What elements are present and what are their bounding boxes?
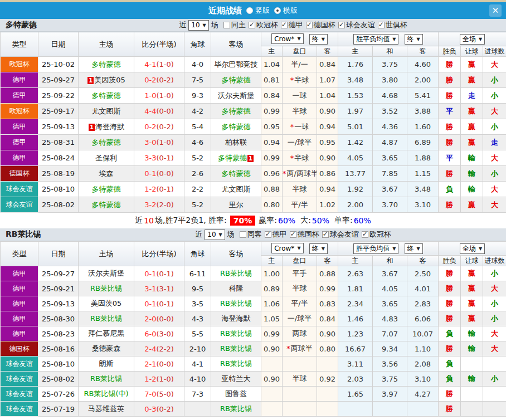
same-venue-filter[interactable]: 同主 xyxy=(223,20,246,30)
date-cell: 25-10-02 xyxy=(38,57,79,72)
handicap-cell: *半球 xyxy=(283,72,317,88)
handicap-text: 半/一 xyxy=(291,60,308,69)
match-count-select[interactable]: 10 xyxy=(188,20,208,31)
full-match-group: 全场 xyxy=(439,242,506,256)
full-time-score: 3-3 xyxy=(144,154,156,162)
bookmaker-select[interactable]: Crow* xyxy=(271,33,303,44)
handicap-cell: 一球 xyxy=(283,88,317,104)
mean-draw-odds-cell: 4.87 xyxy=(373,135,407,150)
close-button[interactable]: ✕ xyxy=(489,4,502,17)
match-row: 德甲25-09-131海登海默0-2(0-2)5-4多特蒙德0.95*一球0.9… xyxy=(1,119,506,135)
competition-filter[interactable]: 球会友谊 xyxy=(322,229,359,240)
crown-away-odds-cell: 0.90 xyxy=(317,150,338,166)
competition-label: 德甲 xyxy=(273,229,287,240)
layout-radio-vertical[interactable]: 竖版 xyxy=(246,6,270,16)
full-time-score: 4-1 xyxy=(144,60,156,69)
crown-home-odds-cell: 0.84 xyxy=(261,88,283,104)
bookmaker-select[interactable]: Crow* xyxy=(271,243,303,253)
result-wdl-cell: 勝 xyxy=(439,119,461,135)
mean-away-odds-cell: 2.83 xyxy=(407,296,439,311)
corners-cell: 4-0 xyxy=(184,57,211,72)
away-team-cell: 多特蒙德 xyxy=(211,72,261,88)
red-card-badge: 1 xyxy=(87,77,94,84)
mean-odds-select[interactable]: 胜平负均值 xyxy=(353,34,398,45)
radio-unchecked-icon[interactable] xyxy=(246,7,253,14)
competition-filter[interactable]: 德国杯 xyxy=(290,229,319,240)
sub-col-wdl: 胜负 xyxy=(439,256,461,266)
handicap-cell xyxy=(283,402,317,417)
sub-col-mean-away: 客 xyxy=(407,46,439,57)
odds-time-select[interactable]: 终 xyxy=(309,243,328,254)
mean-away-odds-cell: 3.10 xyxy=(407,197,439,213)
same-venue-checkbox[interactable] xyxy=(240,231,246,238)
competition-filter[interactable]: 德甲 xyxy=(265,229,287,240)
away-team-cell: 尤文图斯 xyxy=(211,182,261,197)
full-time-score: 2-1 xyxy=(144,360,156,368)
crown-away-odds-cell: 0.80 xyxy=(317,341,338,356)
away-team-name: RB莱比锡 xyxy=(220,404,252,413)
mean-away-odds-cell: 4.01 xyxy=(407,281,439,296)
competition-checkbox[interactable] xyxy=(265,231,271,238)
competition-filter[interactable]: 德甲 xyxy=(281,20,303,30)
handicap-text: 平/半 xyxy=(291,201,308,209)
same-venue-filter[interactable]: 同客 xyxy=(240,229,262,240)
mean-home-odds-cell: 2.63 xyxy=(338,266,373,281)
handicap-star: * xyxy=(286,344,290,353)
mean-away-odds-cell: 3.10 xyxy=(407,372,439,387)
competition-filter[interactable]: 世俱杯 xyxy=(378,20,407,30)
away-team-cell: 毕尔巴鄂竞技 xyxy=(211,57,261,72)
mean-odds-select[interactable]: 胜平负均值 xyxy=(353,243,398,254)
competition-checkbox[interactable] xyxy=(378,22,385,28)
competition-checkbox[interactable] xyxy=(306,22,313,28)
competition-filter[interactable]: 欧冠杯 xyxy=(362,229,391,240)
mean-home-odds-cell: 2.34 xyxy=(338,296,373,311)
home-team-cell: 多特蒙德 xyxy=(79,197,134,213)
bookmaker-value: Crow* xyxy=(274,35,294,43)
half-time-score: (0-2) xyxy=(156,405,173,413)
corners-cell: 4-10 xyxy=(184,372,211,387)
handicap-cell: 平/半 xyxy=(283,296,317,311)
mean-home-odds-cell: 2.03 xyxy=(338,372,373,387)
competition-checkbox[interactable] xyxy=(249,22,255,28)
match-row: 球会友谊25-07-26RB莱比锡(中)7-0(5-0)7-3图鲁兹1.653.… xyxy=(1,387,506,402)
odds-time-select[interactable]: 终 xyxy=(309,34,328,45)
competition-checkbox[interactable] xyxy=(338,22,345,28)
competition-checkbox[interactable] xyxy=(362,231,368,238)
layout-radio-horizontal[interactable]: 横版 xyxy=(274,6,298,16)
full-match-select[interactable]: 全场 xyxy=(460,243,485,254)
result-goals-cell: 小 xyxy=(483,296,506,311)
match-count-select[interactable]: 10 xyxy=(205,229,225,240)
home-team-cell: 桑德豪森 xyxy=(79,341,134,356)
mean-draw-odds-cell: 3.65 xyxy=(373,150,407,166)
home-team-name: RB莱比锡 xyxy=(90,374,122,383)
competition-checkbox[interactable] xyxy=(322,231,329,238)
away-team-name: 尤文图斯 xyxy=(222,185,251,193)
mean-time-select[interactable]: 终 xyxy=(405,34,423,45)
away-team-cell: 多特蒙德1 xyxy=(211,150,261,166)
mean-draw-odds-cell: 3.97 xyxy=(373,387,407,402)
sub-col-mean-draw: 和 xyxy=(373,256,407,266)
date-cell: 25-09-13 xyxy=(38,119,79,135)
full-match-value: 全场 xyxy=(463,35,476,44)
result-goals-cell: 小 xyxy=(483,372,506,387)
radio-checked-icon[interactable] xyxy=(274,7,281,14)
competition-checkbox[interactable] xyxy=(281,22,288,28)
result-wdl-cell: 負 xyxy=(439,182,461,197)
result-handicap-cell: 贏 xyxy=(461,197,483,213)
match-row: 德甲25-09-27沃尔夫斯堡0-1(0-1)6-11RB莱比锡1.00平手0.… xyxy=(1,266,506,281)
competition-checkbox[interactable] xyxy=(290,231,296,238)
score-cell: 3-3(0-1) xyxy=(134,150,184,166)
team-name: RB莱比锡 xyxy=(6,229,41,240)
away-team-name: RB莱比锡 xyxy=(220,359,252,368)
competition-filter[interactable]: 德国杯 xyxy=(306,20,335,30)
competition-filter[interactable]: 欧冠杯 xyxy=(249,20,278,30)
competition-filter[interactable]: 球会友谊 xyxy=(338,20,375,30)
matches-body: 欧冠杯25-10-02多特蒙德4-1(1-0)4-0毕尔巴鄂竞技1.04半/一0… xyxy=(1,57,506,213)
mean-time-select[interactable]: 终 xyxy=(405,243,423,254)
half-time-score: (0-1) xyxy=(156,154,173,162)
mean-draw-odds-cell: 3.75 xyxy=(373,372,407,387)
result-wdl-cell: 平 xyxy=(439,104,461,119)
same-venue-checkbox[interactable] xyxy=(223,22,230,28)
full-match-select[interactable]: 全场 xyxy=(460,34,485,45)
date-cell: 25-07-26 xyxy=(38,387,79,402)
